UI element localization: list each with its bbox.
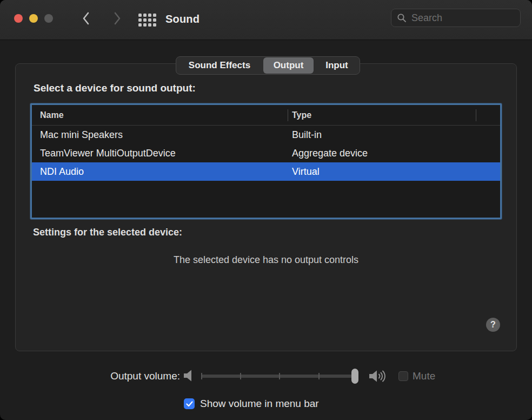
chevron-left-icon bbox=[82, 11, 90, 28]
table-header: Name Type bbox=[32, 105, 500, 126]
show-all-grid-icon[interactable] bbox=[138, 14, 156, 27]
tab-bar: Sound Effects Output Input bbox=[176, 56, 360, 75]
zoom-button bbox=[44, 14, 53, 23]
column-divider[interactable] bbox=[288, 109, 288, 121]
search-field[interactable] bbox=[391, 9, 521, 27]
window-title: Sound bbox=[165, 13, 200, 25]
device-type: Aggregate device bbox=[292, 148, 500, 159]
question-mark-icon: ? bbox=[490, 320, 496, 330]
search-input[interactable] bbox=[410, 12, 515, 24]
column-header-type[interactable]: Type bbox=[292, 110, 500, 120]
tab-input[interactable]: Input bbox=[314, 57, 360, 74]
table-row-selected[interactable]: NDI Audio Virtual bbox=[32, 162, 500, 181]
chevron-right-icon bbox=[113, 11, 122, 28]
slider-tick bbox=[240, 373, 241, 379]
forward-button bbox=[111, 12, 124, 27]
checkmark-icon bbox=[186, 401, 193, 407]
column-header-name[interactable]: Name bbox=[40, 110, 292, 120]
device-name: NDI Audio bbox=[40, 166, 292, 178]
show-volume-checkbox[interactable] bbox=[184, 398, 195, 409]
back-button[interactable] bbox=[79, 12, 92, 27]
device-type: Virtual bbox=[292, 166, 500, 178]
speaker-low-icon bbox=[182, 369, 195, 385]
mute-checkbox bbox=[398, 371, 408, 381]
show-volume-label: Show volume in menu bar bbox=[200, 398, 319, 410]
mute-label: Mute bbox=[413, 370, 435, 382]
help-button[interactable]: ? bbox=[486, 318, 500, 332]
magnifier-icon bbox=[397, 13, 407, 23]
select-device-label: Select a device for sound output: bbox=[34, 82, 196, 94]
device-name: Mac mini Speakers bbox=[40, 129, 292, 141]
slider-tick bbox=[318, 373, 320, 379]
tab-output[interactable]: Output bbox=[263, 57, 314, 74]
slider-tick bbox=[201, 373, 202, 379]
slider-tick bbox=[279, 373, 280, 379]
settings-label: Settings for the selected device: bbox=[33, 227, 182, 238]
table-row[interactable]: Mac mini Speakers Built-in bbox=[32, 126, 500, 144]
column-divider[interactable] bbox=[476, 109, 476, 121]
device-table: Name Type Mac mini Speakers Built-in Tea… bbox=[30, 103, 502, 219]
output-volume-slider[interactable] bbox=[201, 369, 358, 384]
output-panel: Select a device for sound output: Name T… bbox=[15, 63, 517, 351]
output-volume-label: Output volume: bbox=[0, 370, 180, 382]
speaker-high-icon bbox=[368, 369, 389, 386]
sound-preferences-window: Sound Sound Effects Output Input Select … bbox=[0, 0, 532, 420]
device-type: Built-in bbox=[292, 129, 500, 141]
title-bar[interactable]: Sound bbox=[0, 0, 532, 40]
close-button[interactable] bbox=[14, 14, 23, 23]
device-name: TeamViewer MultiOutputDevice bbox=[40, 148, 292, 159]
no-output-controls-message: The selected device has no output contro… bbox=[16, 254, 516, 266]
show-volume-row[interactable]: Show volume in menu bar bbox=[184, 398, 319, 410]
table-row[interactable]: TeamViewer MultiOutputDevice Aggregate d… bbox=[32, 144, 500, 162]
tab-sound-effects[interactable]: Sound Effects bbox=[176, 57, 263, 74]
slider-thumb[interactable] bbox=[351, 369, 358, 384]
minimize-button[interactable] bbox=[29, 14, 38, 23]
